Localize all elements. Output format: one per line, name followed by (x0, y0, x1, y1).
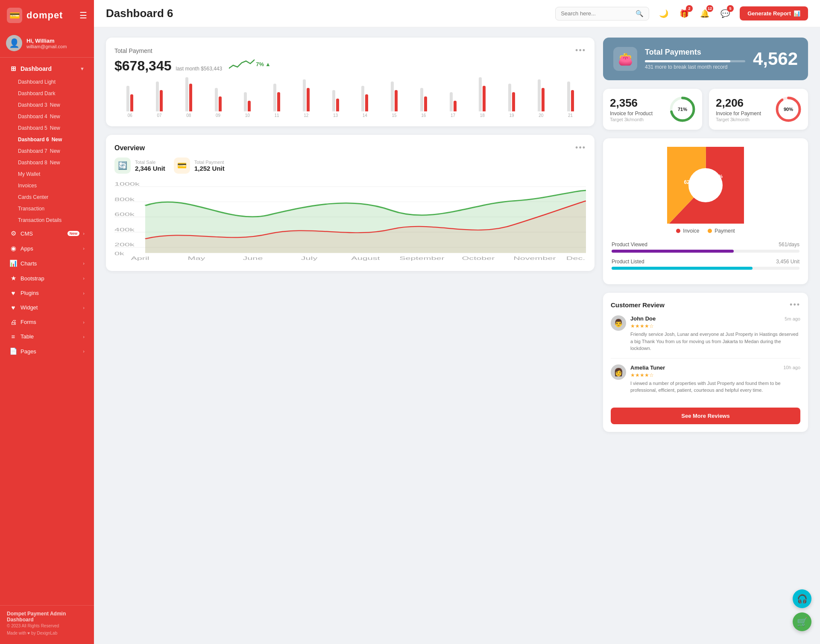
bar-group (556, 82, 584, 111)
theme-toggle-button[interactable]: 🌙 (656, 6, 671, 21)
bar-red (307, 88, 310, 111)
pages-icon: 📄 (9, 347, 17, 355)
avatar: 👤 (6, 35, 22, 51)
sidebar-logo: 💳 dompet ☰ (0, 0, 94, 31)
svg-text:200k: 200k (114, 242, 135, 247)
invoice-payment-label: Invoice for Payment (716, 111, 770, 117)
hamburger-icon[interactable]: ☰ (79, 10, 87, 20)
bar-red (189, 84, 192, 111)
sidebar-item-dashboard-light[interactable]: Dashboard Light (3, 76, 91, 87)
sidebar-item-dashboard-dark[interactable]: Dashboard Dark (3, 88, 91, 99)
fab-container: 🎧 🛒 (793, 589, 811, 631)
product-viewed-bar-bg (612, 250, 800, 253)
review-name-amelia: Amelia Tuner (630, 364, 665, 371)
sidebar-item-charts[interactable]: 📊 Charts › (3, 256, 91, 271)
chart-bar-icon: 📊 (794, 10, 800, 17)
support-fab[interactable]: 🎧 (793, 589, 811, 608)
table-icon: ≡ (9, 333, 17, 340)
payment-amount: $678,345 (114, 58, 171, 74)
bar-grey (420, 88, 423, 111)
pie-payment-pct: 38% (713, 174, 723, 179)
overview-menu-dots[interactable]: ••• (575, 143, 586, 152)
review-stars-amelia: ★★★★☆ (630, 372, 800, 378)
product-stats: Product Viewed 561/days Product Listed 3… (612, 242, 800, 276)
logo-icon: 💳 (7, 8, 22, 23)
bar-red (454, 101, 457, 111)
bar-x-label: 13 (322, 113, 349, 118)
area-chart: 1000k 800k 600k 400k 200k 0k (114, 177, 586, 262)
bell-button[interactable]: 🔔 12 (697, 6, 712, 21)
footer-brand: Dompet Payment Admin Dashboard (7, 611, 87, 623)
hero-wallet-icon: 👛 (613, 47, 637, 71)
svg-text:June: June (243, 256, 263, 261)
search-bar: 🔍 (555, 7, 649, 20)
main: Dashboard 6 🔍 🌙 🎁 2 🔔 12 💬 5 Generat (94, 0, 820, 644)
sidebar-item-dashboard-5[interactable]: Dashboard 5 New (3, 122, 91, 134)
pie-chart: 62% 38% (667, 147, 744, 224)
sidebar-dashboard-label: Dashboard (20, 65, 76, 72)
sidebar-item-cards-center[interactable]: Cards Center (3, 192, 91, 203)
bar-grey (538, 79, 541, 111)
sidebar-item-bootstrap[interactable]: ★ Bootstrap › (3, 271, 91, 286)
bar-x-label: 07 (146, 113, 173, 118)
svg-point-26 (688, 168, 723, 202)
sidebar-item-forms[interactable]: 🖨 Forms › (3, 315, 91, 329)
invoice-payment-target: Target 3k/month (716, 117, 770, 122)
bar-x-label: 06 (116, 113, 144, 118)
generate-report-button[interactable]: Generate Report 📊 (740, 6, 808, 20)
card-menu-dots[interactable]: ••• (575, 46, 586, 55)
moon-icon: 🌙 (659, 9, 668, 18)
review-avatar-amelia: 👩 (611, 364, 626, 380)
product-viewed-bar (612, 250, 734, 253)
bar-x-label: 17 (439, 113, 467, 118)
total-payment-stat-label: Total Payment (194, 160, 225, 165)
sidebar-item-dashboard-3[interactable]: Dashboard 3 New (3, 99, 91, 111)
see-more-reviews-button[interactable]: See More Reviews (611, 408, 800, 424)
hero-value: 4,562 (753, 49, 798, 69)
plugins-icon: ♥ (9, 289, 17, 297)
pie-legend: Invoice Payment (676, 228, 735, 234)
sidebar-item-my-wallet[interactable]: My Wallet (3, 169, 91, 180)
sidebar-item-transaction-details[interactable]: Transaction Details (3, 215, 91, 226)
bar-grey (303, 79, 306, 111)
bar-red (277, 92, 280, 111)
bar-group (381, 82, 408, 111)
chevron-right-icon: › (83, 276, 85, 281)
sidebar-item-dashboard-7[interactable]: Dashboard 7 New (3, 146, 91, 157)
sidebar-item-dashboard[interactable]: ⊞ Dashboard ▼ (3, 61, 91, 76)
chat-badge: 5 (727, 5, 734, 12)
invoice-payment-value: 2,206 (716, 96, 770, 110)
sidebar-item-pages[interactable]: 📄 Pages › (3, 344, 91, 358)
footer-made: Made with ♥ by DexignLab (7, 631, 87, 635)
svg-text:July: July (301, 256, 318, 261)
cart-fab[interactable]: 🛒 (793, 612, 811, 631)
chat-button[interactable]: 💬 5 (718, 6, 733, 21)
sidebar-item-dashboard-4[interactable]: Dashboard 4 New (3, 111, 91, 122)
sidebar-item-cms[interactable]: ⚙ CMS New › (3, 226, 91, 241)
search-input[interactable] (561, 10, 632, 17)
gift-button[interactable]: 🎁 2 (676, 6, 692, 21)
sidebar-item-widget[interactable]: ♥ Widget › (3, 300, 91, 315)
chevron-right-icon: › (83, 261, 85, 266)
bar-x-label: 09 (204, 113, 232, 118)
bar-group (351, 86, 379, 111)
sidebar-item-dashboard-6[interactable]: Dashboard 6 New (3, 134, 91, 145)
bar-grey (450, 92, 453, 111)
bar-group (527, 79, 555, 111)
sidebar-item-apps[interactable]: ◉ Apps › (3, 241, 91, 256)
bar-group (498, 84, 526, 111)
total-sale-value: 2,346 Unit (135, 165, 165, 172)
sidebar-item-dashboard-8[interactable]: Dashboard 8 New (3, 157, 91, 168)
bar-grey (508, 84, 511, 111)
overview-card: Overview ••• 🔄 Total Sale 2,346 Unit (106, 135, 594, 271)
sidebar-item-transaction[interactable]: Transaction (3, 203, 91, 214)
review-menu-dots[interactable]: ••• (790, 300, 800, 309)
bar-red (130, 94, 133, 111)
sidebar-item-invoices[interactable]: Invoices (3, 180, 91, 191)
pie-invoice-pct: 62% (684, 179, 694, 185)
sidebar-item-table[interactable]: ≡ Table › (3, 329, 91, 344)
sidebar-item-plugins[interactable]: ♥ Plugins › (3, 286, 91, 300)
bar-x-label: 18 (469, 113, 496, 118)
bar-group (204, 88, 232, 111)
logo-text: dompet (26, 10, 63, 21)
